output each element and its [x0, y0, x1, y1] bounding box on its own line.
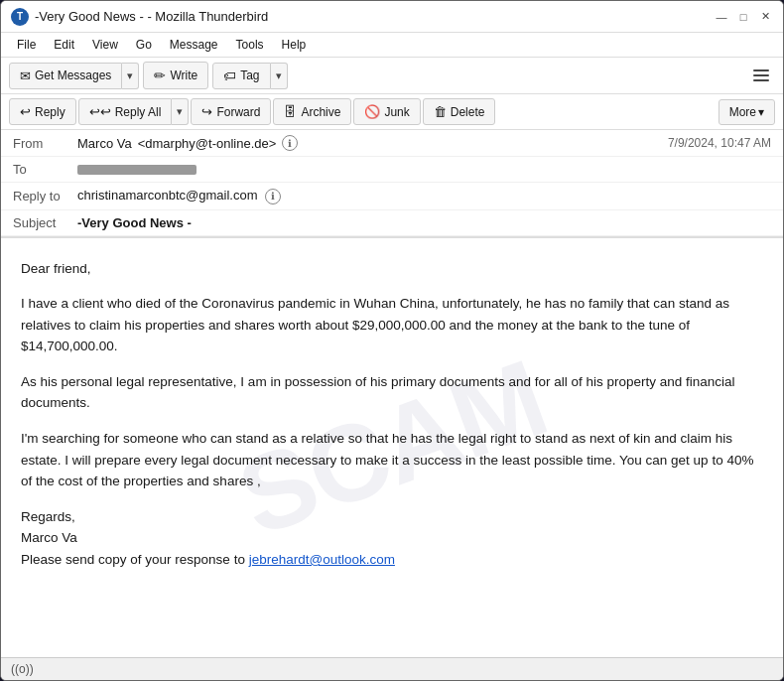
reply-all-button[interactable]: ↩↩ Reply All	[78, 98, 173, 125]
sender-name: Marco Va	[77, 136, 132, 151]
forward-button[interactable]: ↪ Forward	[191, 98, 271, 125]
tag-label: Tag	[240, 68, 259, 82]
replyto-info-icon[interactable]: ℹ	[265, 189, 281, 204]
title-bar-left: T -Very Good News - - Mozilla Thunderbir…	[11, 8, 268, 26]
regards-line: Regards,	[21, 509, 75, 524]
junk-label: Junk	[384, 105, 409, 119]
archive-button[interactable]: 🗄 Archive	[273, 98, 351, 125]
write-label: Write	[170, 68, 197, 82]
email-replyto-field: Reply to christinamarconbtc@gmail.com ℹ	[1, 183, 783, 210]
connection-icon: ((o))	[11, 662, 34, 676]
main-toolbar: ✉ Get Messages ▾ ✏ Write 🏷 Tag ▾	[1, 58, 783, 94]
email-to-field: To	[1, 157, 783, 183]
menu-go[interactable]: Go	[128, 35, 160, 55]
status-bar: ((o))	[1, 657, 783, 680]
tag-dropdown[interactable]: ▾	[271, 63, 288, 89]
email-subject: -Very Good News -	[77, 215, 192, 230]
archive-icon: 🗄	[284, 104, 297, 119]
forward-icon: ↪	[201, 104, 212, 119]
menu-message[interactable]: Message	[162, 35, 226, 55]
to-address-redacted	[77, 165, 196, 175]
reply-all-dropdown[interactable]: ▾	[172, 98, 189, 125]
sender-info-icon[interactable]: ℹ	[282, 135, 298, 151]
delete-button[interactable]: 🗑 Delete	[423, 98, 496, 125]
window-title: -Very Good News - - Mozilla Thunderbird	[35, 9, 268, 24]
greeting-text: Dear friend,	[21, 258, 763, 280]
window-controls: — □ ✕	[714, 9, 773, 25]
menu-file[interactable]: File	[9, 35, 44, 55]
regards-text: Regards, Marco Va Please send copy of yo…	[21, 506, 763, 571]
subject-label: Subject	[13, 215, 77, 230]
junk-icon: 🚫	[364, 104, 380, 119]
email-date: 7/9/2024, 10:47 AM	[668, 136, 771, 150]
tag-button[interactable]: 🏷 Tag	[212, 63, 270, 89]
replyto-label: Reply to	[13, 189, 77, 204]
hamburger-line-1	[753, 69, 769, 71]
junk-button[interactable]: 🚫 Junk	[353, 98, 420, 125]
delete-label: Delete	[451, 105, 485, 119]
email-content: Dear friend, I have a client who died of…	[21, 258, 763, 571]
hamburger-line-3	[753, 79, 769, 81]
email-subject-field: Subject -Very Good News -	[1, 210, 783, 236]
copy-line: Please send copy of your response to	[21, 552, 245, 567]
maximize-button[interactable]: □	[735, 9, 751, 25]
to-label: To	[13, 162, 77, 177]
email-action-bar: ↩ Reply ↩↩ Reply All ▾ ↪ Forward 🗄 Archi…	[1, 94, 783, 130]
menu-tools[interactable]: Tools	[228, 35, 272, 55]
more-chevron-icon: ▾	[758, 105, 764, 119]
tag-icon: 🏷	[223, 68, 236, 83]
envelope-icon: ✉	[20, 68, 31, 83]
author-name: Marco Va	[21, 530, 77, 545]
hamburger-menu-button[interactable]	[747, 62, 775, 89]
sender-info: Marco Va <dmarphy@t-online.de> ℹ	[77, 135, 298, 151]
more-button[interactable]: More ▾	[719, 99, 775, 125]
close-button[interactable]: ✕	[757, 9, 773, 25]
menu-edit[interactable]: Edit	[46, 35, 82, 55]
title-bar: T -Very Good News - - Mozilla Thunderbir…	[1, 1, 783, 33]
menu-help[interactable]: Help	[274, 35, 315, 55]
body-paragraph-3: I'm searching for someone who can stand …	[21, 428, 763, 492]
body-paragraph-2: As his personal legal representative, I …	[21, 371, 763, 414]
get-messages-group: ✉ Get Messages ▾	[9, 63, 139, 89]
replyto-email-text[interactable]: christinamarconbtc@gmail.com	[77, 188, 258, 203]
reply-all-group: ↩↩ Reply All ▾	[78, 98, 190, 125]
sender-email: <dmarphy@t-online.de>	[138, 136, 277, 151]
reply-label: Reply	[35, 105, 65, 119]
get-messages-button[interactable]: ✉ Get Messages	[9, 63, 122, 89]
tag-group: 🏷 Tag ▾	[212, 63, 287, 89]
forward-label: Forward	[216, 105, 260, 119]
hamburger-line-2	[753, 74, 769, 76]
replyto-email: christinamarconbtc@gmail.com ℹ	[77, 188, 771, 204]
more-label: More	[729, 105, 756, 119]
write-icon: ✏	[154, 68, 166, 83]
reply-all-icon: ↩↩	[89, 104, 111, 119]
response-email-link[interactable]: jebrehardt@outlook.com	[249, 552, 395, 567]
reply-all-label: Reply All	[115, 105, 162, 119]
write-button[interactable]: ✏ Write	[143, 62, 208, 89]
menu-bar: File Edit View Go Message Tools Help	[1, 33, 783, 58]
from-label: From	[13, 136, 77, 151]
reply-icon: ↩	[20, 104, 31, 119]
email-header: From Marco Va <dmarphy@t-online.de> ℹ 7/…	[1, 130, 783, 238]
reply-button[interactable]: ↩ Reply	[9, 98, 76, 125]
minimize-button[interactable]: —	[714, 9, 729, 25]
email-body: SCAM Dear friend, I have a client who di…	[1, 238, 783, 658]
body-paragraph-1: I have a client who died of the Coronavi…	[21, 293, 763, 357]
archive-label: Archive	[301, 105, 340, 119]
main-window: T -Very Good News - - Mozilla Thunderbir…	[0, 0, 784, 681]
app-icon: T	[11, 8, 29, 26]
email-from-field: From Marco Va <dmarphy@t-online.de> ℹ 7/…	[1, 130, 783, 157]
toolbar-right	[747, 62, 775, 89]
delete-icon: 🗑	[434, 104, 447, 119]
get-messages-label: Get Messages	[35, 68, 111, 82]
get-messages-dropdown[interactable]: ▾	[122, 63, 139, 89]
menu-view[interactable]: View	[84, 35, 126, 55]
